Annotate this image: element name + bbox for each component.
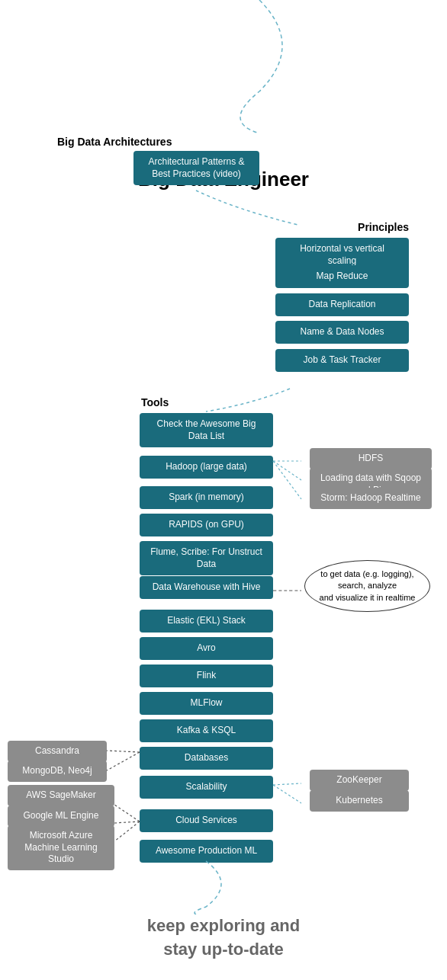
svg-line-5 [273,783,301,785]
name-data-nodes-box[interactable]: Name & Data Nodes [275,321,409,344]
check-awesome-box[interactable]: Check the Awesome Big Data List [140,413,273,447]
data-warehouse-box[interactable]: Data Warehouse with Hive [140,576,273,599]
scalability-box[interactable]: Scalability [140,776,273,799]
cloud-services-box[interactable]: Cloud Services [140,809,273,832]
svg-line-3 [107,751,140,752]
spark-box[interactable]: Spark (in memory) [140,486,273,509]
map-reduce-box[interactable]: Map Reduce [275,265,409,288]
bottom-text: keep exploring and stay up-to-date [0,914,447,962]
cassandra-box[interactable]: Cassandra [8,741,107,762]
principles-label: Principles [358,221,409,233]
hadoop-box[interactable]: Hadoop (large data) [140,456,273,479]
svg-line-1 [273,461,301,480]
zookeeper-box[interactable]: ZooKeeper [310,770,409,791]
microsoft-azure-box[interactable]: Microsoft Azure Machine Learning Studio [8,825,114,870]
awesome-production-box[interactable]: Awesome Production ML [140,840,273,863]
kubernetes-box[interactable]: Kubernetes [310,790,409,812]
rapids-box[interactable]: RAPIDS (on GPU) [140,514,273,536]
data-replication-box[interactable]: Data Replication [275,293,409,316]
svg-line-6 [273,785,301,803]
storm-box[interactable]: Storm: Hadoop Realtime [310,488,432,509]
aws-sagemaker-box[interactable]: AWS SageMaker [8,785,114,806]
svg-line-7 [114,805,140,821]
job-task-tracker-box[interactable]: Job & Task Tracker [275,349,409,372]
avro-box[interactable]: Avro [140,637,273,660]
svg-line-9 [114,821,140,841]
google-ml-box[interactable]: Google ML Engine [8,805,114,827]
kafka-box[interactable]: Kafka & KSQL [140,719,273,742]
mlflow-box[interactable]: MLFlow [140,692,273,715]
cloud-bubble: to get data (e.g. logging), search, anal… [304,560,430,612]
hdfs-box[interactable]: HDFS [310,448,432,469]
svg-line-8 [114,821,140,823]
flume-box[interactable]: Flume, Scribe: For Unstruct Data [140,541,273,575]
svg-line-4 [107,752,140,770]
elastic-box[interactable]: Elastic (EKL) Stack [140,610,273,633]
architectures-label: Big Data Architectures [57,136,172,148]
flink-box[interactable]: Flink [140,665,273,687]
mongodb-box[interactable]: MongoDB, Neo4j [8,761,107,782]
svg-line-2 [273,461,301,499]
arch-patterns-box[interactable]: Architectural Patterns & Best Practices … [133,151,259,185]
tools-label: Tools [141,396,169,408]
databases-box[interactable]: Databases [140,747,273,770]
